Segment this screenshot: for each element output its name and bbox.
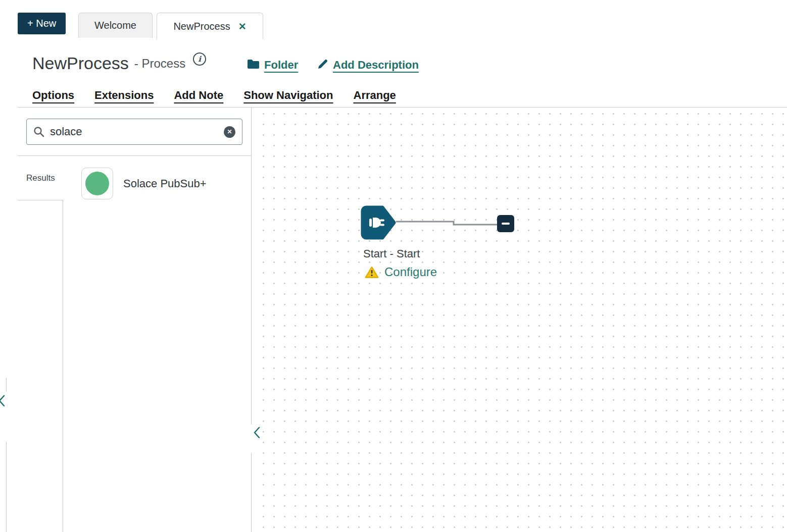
menu-item-extensions[interactable]: Extensions xyxy=(94,89,154,102)
new-button[interactable]: + New xyxy=(18,13,66,34)
left-edge-divider xyxy=(6,378,7,392)
results-tab-divider xyxy=(63,200,63,532)
connector-line[interactable] xyxy=(396,220,499,229)
shape-search-panel: ✕ Results Solace PubSub+ xyxy=(18,108,251,532)
configure-row: Configure xyxy=(365,265,437,279)
result-item-label: Solace PubSub+ xyxy=(123,177,207,190)
pencil-icon xyxy=(317,59,328,72)
menu-item-add-note[interactable]: Add Note xyxy=(174,89,223,102)
page-title: NewProcess xyxy=(32,54,129,73)
page-subtitle: - Process xyxy=(134,57,185,71)
tab-newprocess-label: NewProcess xyxy=(173,21,230,32)
page-header: NewProcess - Process i xyxy=(32,54,206,73)
info-icon[interactable]: i xyxy=(193,52,206,66)
results-pane-border xyxy=(63,155,251,156)
shape-search-box: ✕ xyxy=(26,119,242,145)
folder-icon xyxy=(247,59,260,72)
left-edge-collapse-chevron-icon[interactable] xyxy=(0,395,5,409)
start-shape-label: Start - Start xyxy=(363,247,420,260)
menu-item-options[interactable]: Options xyxy=(32,89,74,102)
panel-divider xyxy=(251,453,252,532)
search-input[interactable] xyxy=(50,125,218,138)
stop-endpoint[interactable] xyxy=(497,215,514,232)
process-menu: Options Extensions Add Note Show Navigat… xyxy=(32,89,396,102)
results-tab[interactable]: Results xyxy=(18,155,63,200)
minus-icon xyxy=(502,223,510,225)
search-icon xyxy=(33,126,44,137)
clear-search-icon[interactable]: ✕ xyxy=(224,126,235,138)
menu-item-show-navigation[interactable]: Show Navigation xyxy=(243,89,333,102)
tab-welcome-label: Welcome xyxy=(94,20,136,31)
configure-link[interactable]: Configure xyxy=(384,265,437,279)
add-description-link[interactable]: Add Description xyxy=(317,59,419,72)
process-builder-window: + New Welcome NewProcess ✕ NewProcess - … xyxy=(0,0,787,532)
warning-icon xyxy=(365,266,379,279)
menu-item-arrange[interactable]: Arrange xyxy=(354,89,396,102)
tab-newprocess[interactable]: NewProcess ✕ xyxy=(157,13,263,39)
start-shape[interactable] xyxy=(361,205,397,240)
folder-link[interactable]: Folder xyxy=(247,59,298,72)
tab-welcome[interactable]: Welcome xyxy=(78,13,153,38)
add-description-label: Add Description xyxy=(333,59,419,72)
tab-close-icon[interactable]: ✕ xyxy=(238,21,247,32)
panel-collapse-chevron-icon[interactable] xyxy=(254,427,260,441)
left-edge-divider xyxy=(6,442,7,532)
results-tab-label: Results xyxy=(26,173,55,183)
process-canvas[interactable]: Start - Start Configure xyxy=(263,108,787,532)
result-item-solace-pubsub[interactable]: Solace PubSub+ xyxy=(81,168,207,199)
folder-link-label: Folder xyxy=(264,59,298,72)
solace-connector-icon xyxy=(85,172,109,195)
connector-icon-box xyxy=(81,168,113,199)
panel-divider xyxy=(251,108,252,424)
